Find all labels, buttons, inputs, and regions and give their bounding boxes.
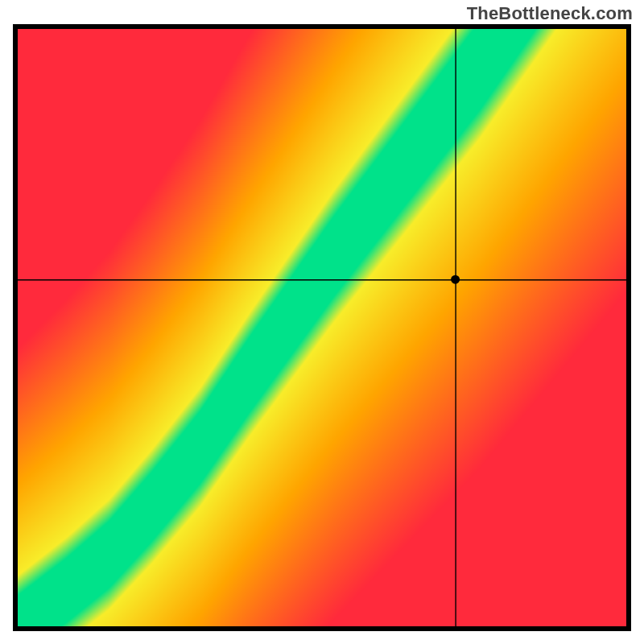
plot-frame <box>13 24 631 631</box>
watermark-text: TheBottleneck.com <box>467 3 633 24</box>
chart-container: TheBottleneck.com <box>0 0 644 644</box>
crosshair-overlay <box>13 24 631 631</box>
